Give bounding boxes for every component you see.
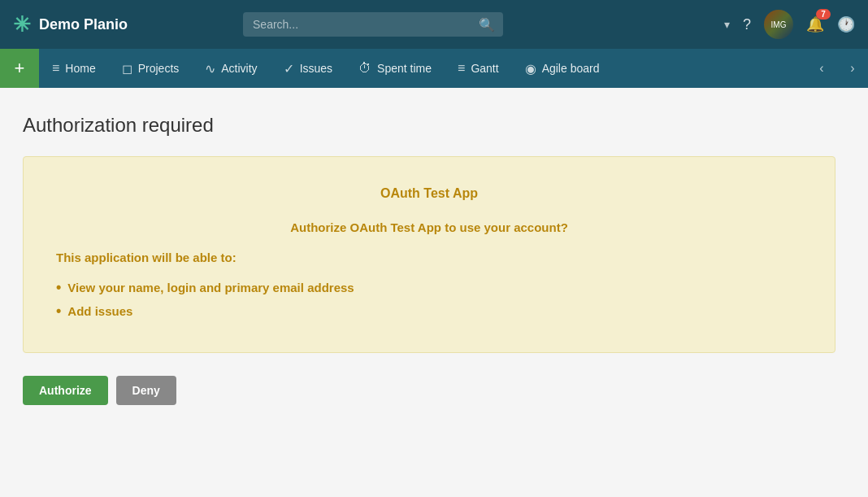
action-buttons: Authorize Deny bbox=[23, 376, 845, 405]
projects-icon: ◻ bbox=[122, 61, 132, 76]
issues-icon: ✓ bbox=[284, 61, 294, 76]
subnav-label-activity: Activity bbox=[221, 62, 257, 75]
search-icon: 🔍 bbox=[479, 17, 495, 33]
oauth-description: This application will be able to: bbox=[56, 251, 802, 264]
subnav-arrows: ‹ › bbox=[806, 49, 868, 88]
subnav-label-issues: Issues bbox=[300, 62, 332, 75]
dropdown-icon[interactable]: ▾ bbox=[724, 18, 730, 31]
app-name: Demo Planio bbox=[39, 16, 128, 33]
sidebar-item-spent-time[interactable]: ⏱ Spent time bbox=[345, 49, 445, 88]
help-icon[interactable]: ? bbox=[743, 16, 751, 33]
agile-board-icon: ◉ bbox=[525, 61, 536, 76]
page-title: Authorization required bbox=[23, 114, 845, 137]
app-logo[interactable]: ✳ Demo Planio bbox=[13, 12, 128, 37]
topbar-right: ▾ ? IMG 🔔 7 🕐 bbox=[724, 10, 855, 39]
home-icon: ≡ bbox=[52, 61, 59, 76]
oauth-question: Authorize OAuth Test App to use your acc… bbox=[56, 220, 802, 234]
gantt-icon: ≡ bbox=[458, 61, 465, 76]
sidebar-item-projects[interactable]: ◻ Projects bbox=[109, 49, 193, 88]
search-input[interactable] bbox=[243, 12, 503, 37]
sidebar-item-gantt[interactable]: ≡ Gantt bbox=[445, 49, 512, 88]
avatar-container[interactable]: IMG bbox=[764, 10, 793, 39]
spent-time-icon: ⏱ bbox=[358, 61, 371, 76]
avatar-image: IMG bbox=[764, 10, 793, 39]
subnav-label-spent-time: Spent time bbox=[377, 62, 432, 75]
notification-badge: 7 bbox=[816, 9, 831, 20]
deny-button[interactable]: Deny bbox=[116, 376, 176, 405]
notifications-icon[interactable]: 🔔 7 bbox=[806, 15, 824, 33]
oauth-permissions-list: View your name, login and primary email … bbox=[56, 276, 802, 323]
subnav-arrow-right[interactable]: › bbox=[837, 49, 868, 88]
sidebar-item-issues[interactable]: ✓ Issues bbox=[271, 49, 345, 88]
subnav-items: ≡ Home ◻ Projects ∿ Activity ✓ Issues ⏱ … bbox=[39, 49, 806, 88]
sidebar-item-activity[interactable]: ∿ Activity bbox=[192, 49, 270, 88]
oauth-box: OAuth Test App Authorize OAuth Test App … bbox=[23, 156, 835, 353]
add-button[interactable]: + bbox=[0, 49, 39, 88]
clock-icon[interactable]: 🕐 bbox=[837, 15, 855, 33]
oauth-permission-add-issues: Add issues bbox=[56, 299, 802, 323]
search-container: 🔍 bbox=[243, 12, 503, 37]
sidebar-item-agile-board[interactable]: ◉ Agile board bbox=[512, 49, 613, 88]
activity-icon: ∿ bbox=[205, 61, 215, 76]
subnav-label-gantt: Gantt bbox=[471, 62, 498, 75]
subnav-label-home: Home bbox=[65, 62, 95, 75]
subnav-label-projects: Projects bbox=[138, 62, 180, 75]
avatar[interactable]: IMG bbox=[764, 10, 793, 39]
topbar: ✳ Demo Planio 🔍 ▾ ? IMG 🔔 7 🕐 bbox=[0, 0, 868, 49]
oauth-app-name: OAuth Test App bbox=[56, 186, 802, 201]
oauth-permission-view-name: View your name, login and primary email … bbox=[56, 276, 802, 299]
subnav-label-agile-board: Agile board bbox=[542, 62, 600, 75]
subnav: + ≡ Home ◻ Projects ∿ Activity ✓ Issues … bbox=[0, 49, 868, 88]
subnav-arrow-left[interactable]: ‹ bbox=[806, 49, 837, 88]
logo-icon: ✳ bbox=[13, 12, 31, 37]
authorize-button[interactable]: Authorize bbox=[23, 376, 108, 405]
main-content: Authorization required OAuth Test App Au… bbox=[0, 88, 868, 431]
sidebar-item-home[interactable]: ≡ Home bbox=[39, 49, 109, 88]
